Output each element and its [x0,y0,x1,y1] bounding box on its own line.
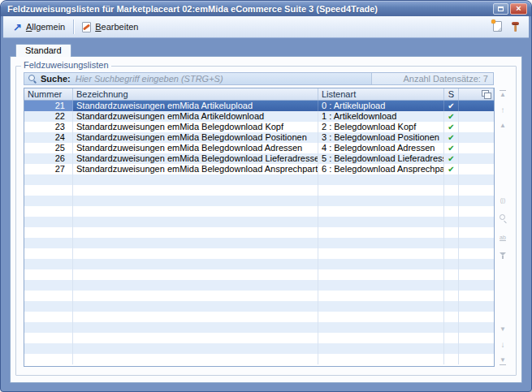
go-first-icon[interactable]: ▲ [497,90,508,100]
cell-bezeichnung [73,196,318,206]
cell-s [444,259,459,269]
edit-icon [82,22,91,32]
cell-s: ✔ [444,164,459,174]
cell-nummer [24,185,73,196]
search-label: Suche: [41,74,71,84]
cell-nummer [24,227,73,238]
filter-icon[interactable] [497,251,508,261]
cell-listenart [318,227,444,238]
cell-s [444,280,459,291]
grid-row-22[interactable]: 22Standardzuweisungen emMida Artikeldown… [24,111,494,122]
cell-s [444,312,459,322]
go-last-icon[interactable]: ▼ [497,355,508,365]
grid-row-24[interactable]: 24Standardzuweisungen emMida Belegdownlo… [24,132,494,143]
scroll-up-icon[interactable]: ▲ [497,121,508,131]
cell-s [444,248,459,259]
cell-bezeichnung [73,259,318,269]
new-document-icon[interactable] [493,21,502,32]
cell-nummer [24,217,73,227]
grid-row-empty [24,238,494,248]
cell-bezeichnung [73,238,318,248]
cell-s: ✔ [444,143,459,153]
cell-listenart: 5 : Belegdownload Lieferadressen [318,153,444,164]
cell-bezeichnung [73,291,318,301]
cell-listenart [318,301,444,312]
cell-listenart [318,312,444,322]
grid-row-21[interactable]: 21Standardzuweisungen emMida Artikeluplo… [24,101,494,111]
cell-nummer [24,343,73,354]
menu-bearbeiten[interactable]: Bearbeiten [76,18,145,36]
cell-bezeichnung: Standardzuweisungen emMida Artikelupload [73,101,318,111]
restore-icon [498,6,504,11]
column-header-s[interactable]: S [444,88,459,100]
cell-nummer [24,291,73,301]
grid-row-26[interactable]: 26Standardzuweisungen emMida Belegdownlo… [24,153,494,164]
cell-s [444,206,459,217]
search-icon [28,74,37,84]
grid-row-empty [24,312,494,322]
column-header-listenart[interactable]: Listenart [318,88,444,100]
edit-find-icon[interactable]: ab [497,232,508,242]
cell-s [444,227,459,238]
cell-listenart [318,206,444,217]
grid-row-empty [24,227,494,238]
grid-row-empty [24,196,494,206]
cell-listenart: 6 : Belegdownload Ansprechpartner [318,164,444,174]
cell-s: ✔ [444,132,459,143]
cell-bezeichnung [73,312,318,322]
scroll-down-icon[interactable]: ▼ [497,325,508,334]
cell-nummer [24,238,73,248]
cell-nummer: 27 [24,164,73,174]
cell-nummer [24,269,73,280]
check-icon: ✔ [448,101,454,110]
close-button[interactable]: × [510,3,527,15]
close-icon: × [516,4,521,13]
restore-button[interactable] [493,3,508,15]
titlebar: Feldzuweisungslisten für Marketplaceart … [1,1,531,16]
cell-bezeichnung [73,217,318,227]
grid-header: Nummer Bezeichnung Listenart S [24,88,494,101]
move-up-icon[interactable]: ↑ [497,106,508,115]
toolbar: ↗ Allgemein Bearbeiten [3,16,529,38]
window-controls: × [493,3,527,15]
cell-s [444,301,459,312]
navigator-top: ▲↑▲ [497,90,508,131]
cell-listenart: 2 : Belegdownload Kopf [318,122,444,132]
grid-row-empty [24,354,494,364]
record-count: Anzahl Datensätze: 7 [371,73,493,84]
menu-allgemein[interactable]: ↗ Allgemein [6,18,71,36]
cell-bezeichnung: Standardzuweisungen emMida Belegdownload… [73,153,318,164]
cell-bezeichnung [73,333,318,343]
cell-bezeichnung: Standardzuweisungen emMida Artikeldownlo… [73,111,318,122]
grid-row-23[interactable]: 23Standardzuweisungen emMida Belegdownlo… [24,122,494,132]
column-header-nummer[interactable]: Nummer [24,88,73,100]
grid-row-empty [24,333,494,343]
cell-nummer [24,280,73,291]
tab-standard[interactable]: Standard [15,44,71,57]
grid-row-empty [24,280,494,291]
cell-s [444,196,459,206]
hammer-tools-icon[interactable] [510,21,521,32]
grid-row-27[interactable]: 27Standardzuweisungen emMida Belegdownlo… [24,164,494,174]
cell-bezeichnung [73,206,318,217]
cell-listenart [318,248,444,259]
check-icon: ✔ [448,133,454,142]
grip-icon[interactable]: (|) [497,195,508,205]
groupbox-label: Feldzuweisungslisten [21,60,111,70]
cell-s [444,291,459,301]
cell-nummer: 25 [24,143,73,153]
move-down-icon[interactable]: ↓ [497,340,508,350]
copy-icon[interactable] [482,90,491,99]
check-icon: ✔ [448,112,454,121]
search-icon[interactable] [497,213,508,223]
cell-nummer [24,322,73,333]
cell-listenart [318,259,444,269]
column-header-bezeichnung[interactable]: Bezeichnung [73,88,318,100]
cell-nummer [24,301,73,312]
grid-row-25[interactable]: 25Standardzuweisungen emMida Belegdownlo… [24,143,494,153]
grid-row-empty [24,291,494,301]
cell-listenart: 3 : Belegdownload Positionen [318,132,444,143]
cell-nummer: 21 [24,101,73,111]
cell-s [444,354,459,364]
search-input[interactable]: Hier Suchbegriff eingeben (STRG+S) [76,74,371,84]
